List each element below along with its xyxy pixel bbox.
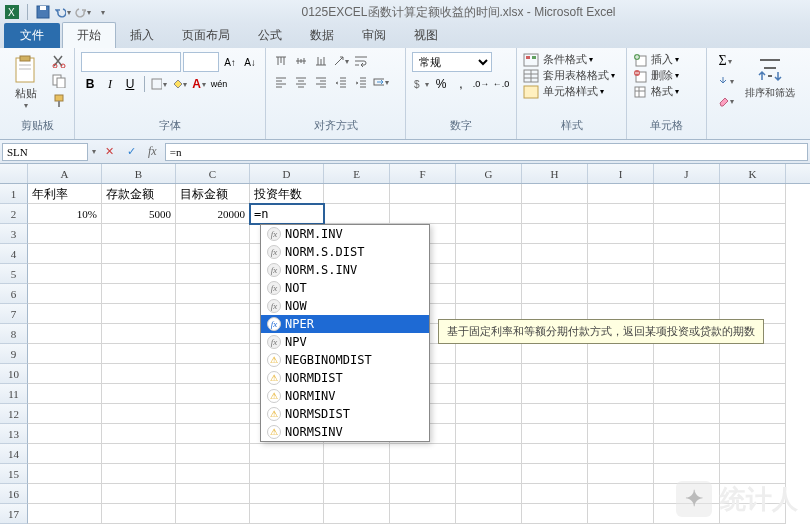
cell-H11[interactable] <box>522 384 588 404</box>
cell-J12[interactable] <box>654 404 720 424</box>
cell-G9[interactable] <box>456 344 522 364</box>
cell-G2[interactable] <box>456 204 522 224</box>
cell-J9[interactable] <box>654 344 720 364</box>
sort-filter-button[interactable]: 排序和筛选 <box>741 52 799 102</box>
cut-button[interactable] <box>50 52 68 70</box>
cell-K9[interactable] <box>720 344 786 364</box>
cell-B13[interactable] <box>102 424 176 444</box>
cell-K3[interactable] <box>720 224 786 244</box>
tab-data[interactable]: 数据 <box>296 23 348 48</box>
row-header[interactable]: 17 <box>0 504 28 524</box>
cell-A7[interactable] <box>28 304 102 324</box>
autocomplete-item[interactable]: fxNORM.S.INV <box>261 261 429 279</box>
cell-H12[interactable] <box>522 404 588 424</box>
row-header[interactable]: 15 <box>0 464 28 484</box>
currency-button[interactable]: $ <box>412 75 430 93</box>
autocomplete-item[interactable]: fxNPER <box>261 315 429 333</box>
enter-formula-button[interactable]: ✓ <box>122 143 140 161</box>
cell-B17[interactable] <box>102 504 176 524</box>
row-header[interactable]: 16 <box>0 484 28 504</box>
cell-G14[interactable] <box>456 444 522 464</box>
cell-styles-button[interactable]: 单元格样式▾ <box>523 84 604 99</box>
cell-K14[interactable] <box>720 444 786 464</box>
cell-J4[interactable] <box>654 244 720 264</box>
cell-A2[interactable]: 10% <box>28 204 102 224</box>
autosum-button[interactable]: Σ <box>713 52 737 70</box>
cell-A10[interactable] <box>28 364 102 384</box>
cell-E14[interactable] <box>324 444 390 464</box>
cell-I13[interactable] <box>588 424 654 444</box>
fill-color-button[interactable] <box>170 75 188 93</box>
italic-button[interactable]: I <box>101 75 119 93</box>
cell-A8[interactable] <box>28 324 102 344</box>
cell-F2[interactable] <box>390 204 456 224</box>
orientation-button[interactable] <box>332 52 350 70</box>
cell-I3[interactable] <box>588 224 654 244</box>
cell-F14[interactable] <box>390 444 456 464</box>
cell-D17[interactable] <box>250 504 324 524</box>
save-icon[interactable] <box>35 4 51 20</box>
cell-J10[interactable] <box>654 364 720 384</box>
cell-G5[interactable] <box>456 264 522 284</box>
cell-E1[interactable] <box>324 184 390 204</box>
redo-icon[interactable] <box>75 4 91 20</box>
cell-K11[interactable] <box>720 384 786 404</box>
cell-F16[interactable] <box>390 484 456 504</box>
cell-K1[interactable] <box>720 184 786 204</box>
cell-D2[interactable]: =n <box>250 204 324 224</box>
decrease-decimal-button[interactable]: ←.0 <box>492 75 510 93</box>
cell-G11[interactable] <box>456 384 522 404</box>
tab-insert[interactable]: 插入 <box>116 23 168 48</box>
cell-E16[interactable] <box>324 484 390 504</box>
cell-A1[interactable]: 年利率 <box>28 184 102 204</box>
cell-H6[interactable] <box>522 284 588 304</box>
format-painter-button[interactable] <box>50 92 68 110</box>
cell-I1[interactable] <box>588 184 654 204</box>
cell-F1[interactable] <box>390 184 456 204</box>
cell-G10[interactable] <box>456 364 522 384</box>
clear-button[interactable] <box>713 92 737 110</box>
tab-home[interactable]: 开始 <box>62 22 116 48</box>
cell-I2[interactable] <box>588 204 654 224</box>
col-header-A[interactable]: A <box>28 164 102 183</box>
fx-icon[interactable]: fx <box>144 144 161 159</box>
cell-C17[interactable] <box>176 504 250 524</box>
cell-J11[interactable] <box>654 384 720 404</box>
cell-C10[interactable] <box>176 364 250 384</box>
col-header-F[interactable]: F <box>390 164 456 183</box>
cell-E15[interactable] <box>324 464 390 484</box>
worksheet-grid[interactable]: A B C D E F G H I J K 1年利率存款金额目标金额投资年数21… <box>0 164 810 524</box>
cell-A13[interactable] <box>28 424 102 444</box>
cell-E17[interactable] <box>324 504 390 524</box>
col-header-B[interactable]: B <box>102 164 176 183</box>
cell-I9[interactable] <box>588 344 654 364</box>
cell-B16[interactable] <box>102 484 176 504</box>
cell-G13[interactable] <box>456 424 522 444</box>
formula-bar[interactable] <box>165 143 808 161</box>
col-header-J[interactable]: J <box>654 164 720 183</box>
cell-I4[interactable] <box>588 244 654 264</box>
cell-C15[interactable] <box>176 464 250 484</box>
decrease-indent-button[interactable] <box>332 73 350 91</box>
wrap-text-button[interactable] <box>352 52 370 70</box>
cell-A17[interactable] <box>28 504 102 524</box>
cell-C14[interactable] <box>176 444 250 464</box>
row-header[interactable]: 6 <box>0 284 28 304</box>
fill-button[interactable] <box>713 72 737 90</box>
row-header[interactable]: 12 <box>0 404 28 424</box>
row-header[interactable]: 8 <box>0 324 28 344</box>
cell-G12[interactable] <box>456 404 522 424</box>
row-header[interactable]: 2 <box>0 204 28 224</box>
cell-H10[interactable] <box>522 364 588 384</box>
formula-autocomplete[interactable]: fxNORM.INVfxNORM.S.DISTfxNORM.S.INVfxNOT… <box>260 224 430 442</box>
autocomplete-item[interactable]: fxNPV <box>261 333 429 351</box>
cell-B8[interactable] <box>102 324 176 344</box>
font-size-select[interactable] <box>183 52 219 72</box>
cell-K2[interactable] <box>720 204 786 224</box>
cell-C6[interactable] <box>176 284 250 304</box>
increase-decimal-button[interactable]: .0→ <box>472 75 490 93</box>
increase-font-button[interactable]: A↑ <box>221 53 239 71</box>
conditional-format-button[interactable]: 条件格式▾ <box>523 52 593 67</box>
cell-B14[interactable] <box>102 444 176 464</box>
align-top-button[interactable] <box>272 52 290 70</box>
